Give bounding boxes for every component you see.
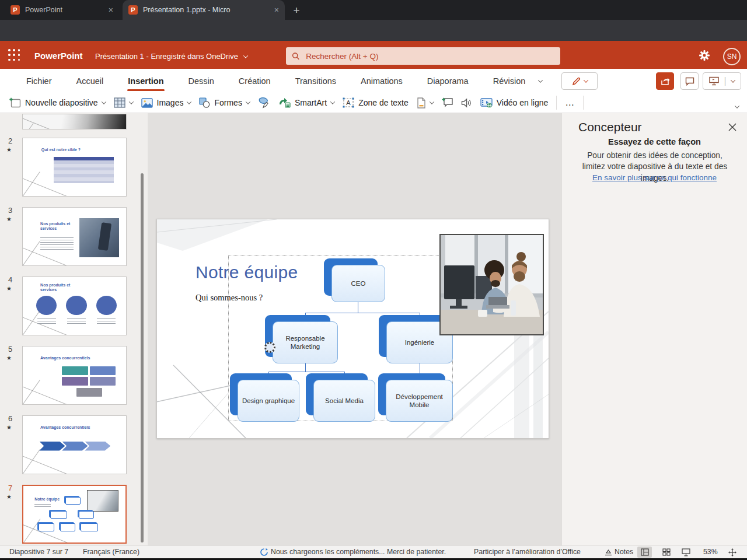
org-node-marketing[interactable]: Responsable Marketing [273,321,338,363]
new-slide-button[interactable]: Nouvelle diapositive [9,97,106,108]
thumbnail-slide-6[interactable]: Avantages concurrentiels [22,415,127,474]
mini-circle [66,296,86,316]
audio-button[interactable] [461,98,472,108]
mini-title: Nos produits et services [40,222,74,231]
tab-animations[interactable]: Animations [348,69,415,93]
fit-slide-icon[interactable] [728,548,736,558]
tab-diaporama[interactable]: Diaporama [415,69,481,93]
thumb-number: 7 [8,484,12,492]
mini-title: Nos produits et services [40,283,82,292]
slide-4-preview: Nos produits et services [23,277,126,335]
shapes-icon [199,97,210,108]
slideshow-view-button[interactable] [679,547,693,558]
mini-org-node [81,523,98,531]
app-launcher-icon[interactable] [8,49,20,61]
tab-fichier[interactable]: Fichier [14,69,64,93]
thumbnail-slide-3[interactable]: Nos produits et services [22,207,127,266]
draw-mode-button[interactable] [561,72,598,90]
designer-panel: Concepteur Essayez de cette façon Pour o… [561,113,747,545]
shapes-button[interactable]: Formes [199,97,249,108]
more-ribbon-tabs-icon[interactable] [538,78,543,82]
designer-learn-more-link[interactable]: En savoir plus sur ce qui fonctionne [562,173,747,182]
org-node-mobile[interactable]: Développement Mobile [386,380,453,422]
new-tab-button[interactable]: + [289,4,303,18]
chevron-down-icon [187,99,191,104]
transition-star-icon[interactable]: ★ [6,494,12,500]
transition-star-icon[interactable]: ★ [6,355,12,361]
mini-arrow [62,442,88,451]
thumbnail-scrollbar[interactable] [141,173,144,542]
header-footer-button[interactable] [417,97,434,108]
toolbar-divider [583,96,584,110]
tab-insertion[interactable]: Insertion [116,69,176,93]
thumbnail-slide-1[interactable] [22,114,127,130]
tab-accueil[interactable]: Accueil [64,69,116,93]
tab-title: Présentation 1.pptx - Micro [143,6,271,14]
tab-revision[interactable]: Révision [481,69,538,93]
thumbnail-slide-4[interactable]: Nos produits et services [22,276,127,335]
org-connector [358,302,358,313]
browser-tab-powerpoint[interactable]: P PowerPoint × [5,0,119,20]
team-photo[interactable] [439,234,544,335]
tab-dessin[interactable]: Dessin [176,69,226,93]
slide-3-preview: Nos produits et services [23,208,126,265]
app-name[interactable]: PowerPoint [34,51,83,61]
document-title[interactable]: Présentation 1 - Enregistré dans OneDriv… [95,52,247,61]
browser-toolbar: ← → onedrive.live.com/edit.aspx?action=e… [0,20,747,41]
close-icon[interactable] [728,123,738,133]
slide-sorter-view-button[interactable] [659,547,673,558]
thumbnail-slide-7[interactable]: Notre équipe [22,485,127,544]
account-avatar[interactable]: SN [723,48,741,65]
slide-counter[interactable]: Diapositive 7 sur 7 [9,548,68,556]
images-button[interactable]: Images [141,98,191,108]
present-button[interactable]: | [703,72,741,90]
thumbnail-slide-5[interactable]: Avantages concurrentiels [22,346,127,405]
transition-star-icon[interactable]: ★ [6,424,12,430]
loading-spinner-icon [260,548,268,558]
browser-tab-presentation[interactable]: P Présentation 1.pptx - Micro × [123,0,285,20]
slide-6-preview: Avantages concurrentiels [23,416,126,474]
table-button[interactable] [114,97,133,108]
chevron-down-icon [730,78,735,82]
thumbnail-slide-2[interactable]: Qui est notre cible ? [22,138,127,197]
tab-creation[interactable]: Création [226,69,283,93]
zoom-level[interactable]: 53% [703,548,718,556]
notes-toggle[interactable]: Notes [615,548,633,556]
tab-transitions[interactable]: Transitions [283,69,348,93]
feedback-link[interactable]: Participer à l’amélioration d’Office [474,548,581,556]
search-box[interactable] [286,47,560,65]
language-indicator[interactable]: Français (France) [83,548,139,556]
mini-photo [87,490,118,512]
chevron-down-icon [128,99,133,104]
search-input[interactable] [305,51,554,61]
transition-star-icon[interactable]: ★ [6,285,12,292]
org-node-social[interactable]: Social Media [313,380,375,422]
transition-star-icon[interactable]: ★ [6,146,12,153]
icons-button[interactable] [258,97,270,108]
present-screen-icon [709,76,719,86]
mini-chip [90,366,116,375]
textbox-button[interactable]: A Zone de texte [343,97,409,108]
org-node-ceo[interactable]: CEO [331,265,385,302]
mini-chip [62,377,88,386]
slide-2-preview: Qui est notre cible ? [23,138,126,196]
tab-close-icon[interactable]: × [274,6,279,14]
mini-circle [96,296,117,316]
mini-phone [98,222,112,251]
share-button[interactable] [656,72,674,90]
slide-editing-surface[interactable]: Notre équipe Qui sommes-nous ? CEO Respo… [156,219,549,439]
tab-close-icon[interactable]: × [109,6,113,14]
normal-view-button[interactable] [637,547,652,558]
chevron-down-icon [330,99,335,104]
online-video-button[interactable]: Vidéo en ligne [480,98,548,108]
new-comment-button[interactable] [442,97,453,108]
smartart-button[interactable]: SmartArt [278,97,334,108]
mini-circle [36,296,57,316]
comments-button[interactable] [680,72,699,90]
settings-gear-icon[interactable] [699,50,710,63]
slide-5-preview: Avantages concurrentiels [23,346,126,404]
org-node-design[interactable]: Design graphique [238,380,299,422]
toolbar-overflow-button[interactable]: … [565,97,575,108]
transition-star-icon[interactable]: ★ [6,216,12,222]
header-footer-icon [417,97,426,108]
